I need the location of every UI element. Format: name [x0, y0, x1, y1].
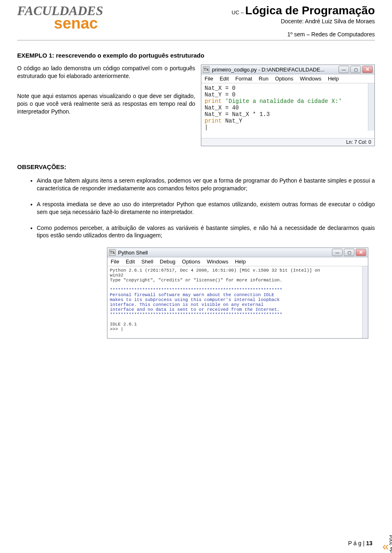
menu-edit[interactable]: Edit: [220, 76, 229, 82]
shell-line: ****************************************…: [110, 288, 365, 292]
minimize-button[interactable]: —: [332, 249, 343, 256]
menu-options[interactable]: Options: [182, 259, 200, 265]
code-line: print Nat_Y: [205, 118, 371, 124]
list-item: Ainda que faltem alguns itens a serem ex…: [37, 177, 375, 192]
shell-line: ****************************************…: [110, 312, 365, 317]
uc-prefix: UC –: [232, 9, 244, 16]
docente: Docente: André Luiz Silva de Moraes: [123, 18, 375, 25]
sem: 1º sem – Redes de Computadores: [123, 31, 375, 38]
code-line: Nat_Y = 0: [205, 91, 371, 98]
maximize-button[interactable]: ▢: [350, 66, 361, 73]
menu-options[interactable]: Options: [275, 76, 293, 82]
list-item: Como podemos perceber, a atribuição de v…: [37, 224, 375, 240]
minimize-button[interactable]: —: [339, 66, 349, 73]
observacoes-list: Ainda que faltem alguns itens a serem ex…: [17, 177, 375, 239]
idle-editor-window: Tk primeiro_codigo.py - D:\ANDRE\FACULDA…: [201, 65, 375, 146]
shell-titlebar[interactable]: Tk Python Shell — ▢ ✕: [107, 248, 368, 257]
chevron-icon: «: [382, 544, 389, 549]
close-button[interactable]: ✕: [362, 66, 373, 73]
menu-edit[interactable]: Edit: [126, 259, 135, 265]
menu-file[interactable]: File: [111, 259, 119, 265]
shell-menubar: File Edit Shell Debug Options Windows He…: [107, 257, 368, 266]
menu-help[interactable]: Help: [235, 259, 246, 265]
menubar: File Edit Format Run Options Windows Hel…: [201, 74, 374, 83]
para1: O código ao lado demonstra um código com…: [17, 65, 195, 80]
titlebar[interactable]: Tk primeiro_codigo.py - D:\ANDRE\FACULDA…: [201, 65, 374, 74]
menu-help[interactable]: Help: [328, 76, 339, 82]
page-header: FACULDADES senac UC – Lógica de Programa…: [17, 4, 375, 40]
code-line: Nat_X = 40: [205, 105, 371, 111]
window-title: primeiro_codigo.py - D:\ANDRE\FACULDADE.…: [212, 67, 325, 73]
header-text: UC – Lógica de Programação Docente: Andr…: [123, 4, 375, 38]
shell-line: Type "copyright", "credits" or "license(…: [110, 278, 365, 283]
shell-title: Python Shell: [118, 250, 148, 256]
list-item: A resposta imediata se deve ao uso do in…: [37, 201, 375, 216]
menu-format[interactable]: Format: [235, 76, 252, 82]
vertical-credit: Faculdade de Tecnologia SENAC PELOTAS - …: [383, 229, 389, 539]
description-column: O código ao lado demonstra um código com…: [17, 65, 195, 146]
observacoes-title: OBSERVAÇÕES:: [17, 163, 375, 170]
code-area[interactable]: Nat_X = 0 Nat_Y = 0 print 'Digite a nata…: [201, 83, 374, 138]
shell-line: win32: [110, 273, 365, 278]
tk-icon: Tk: [109, 249, 116, 256]
para2: Note que aqui estamos apenas visualizand…: [17, 92, 195, 116]
example-title: EXEMPLO 1: reescrevendo o exemplo do por…: [17, 52, 375, 59]
shell-line: makes to its subprocess using this compu…: [110, 297, 365, 302]
code-line: Nat_X = 0: [205, 85, 371, 91]
cursor-line: |: [205, 124, 371, 131]
uc-title: Lógica de Programação: [245, 4, 375, 17]
menu-file[interactable]: File: [205, 76, 213, 82]
shell-line: interface. This connection is not visibl…: [110, 302, 365, 307]
page-number: P á g | 13: [348, 540, 372, 546]
menu-windows[interactable]: Windows: [300, 76, 321, 82]
menu-debug[interactable]: Debug: [160, 259, 175, 265]
tk-icon: Tk: [203, 66, 209, 73]
logo-bottom: senac: [54, 16, 123, 30]
menu-shell[interactable]: Shell: [141, 259, 153, 265]
scrollbar[interactable]: [368, 83, 374, 131]
statusbar: Ln: 7 Col: 0: [201, 138, 374, 146]
close-button[interactable]: ✕: [356, 249, 366, 256]
shell-body[interactable]: Python 2.6.1 (r261:67517, Dec 4 2008, 16…: [107, 266, 368, 338]
shell-prompt: >>> |: [110, 327, 365, 332]
shell-line: IDLE 2.6.1: [110, 322, 365, 327]
menu-run[interactable]: Run: [259, 76, 269, 82]
logo: FACULDADES senac: [17, 4, 123, 30]
scrollbar[interactable]: [362, 266, 368, 338]
shell-line: Personal firewall software may warn abou…: [110, 292, 365, 297]
menu-windows[interactable]: Windows: [207, 259, 228, 265]
code-line: Nat_Y = Nat_X * 1.3: [205, 111, 371, 118]
python-shell-window: Tk Python Shell — ▢ ✕ File Edit Shell De…: [107, 248, 368, 339]
shell-line: Python 2.6.1 (r261:67517, Dec 4 2008, 16…: [110, 268, 365, 273]
maximize-button[interactable]: ▢: [344, 249, 354, 256]
code-line: print 'Digite a natalidade da cidade X:': [205, 98, 371, 105]
shell-line: interface and no data is sent to or rece…: [110, 307, 365, 312]
